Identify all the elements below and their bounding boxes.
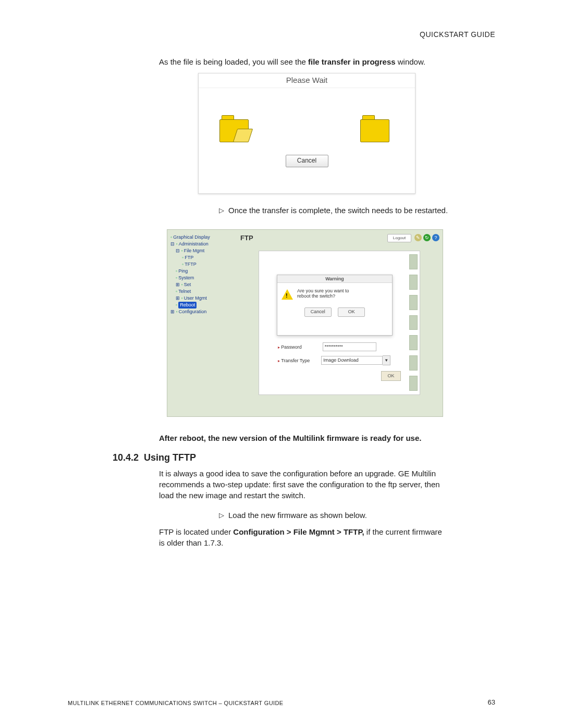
footer-title: MULTILINK ETHERNET COMMUNICATIONS SWITCH… xyxy=(68,700,284,706)
step-restart-text: Once the transfer is complete, the switc… xyxy=(228,206,448,215)
transfer-select[interactable]: Image Download xyxy=(321,356,383,365)
transfer-label: Transfer Type xyxy=(278,358,310,363)
refresh-icon[interactable]: ↻ xyxy=(423,234,431,241)
logout-button[interactable]: Logout xyxy=(387,234,411,242)
please-wait-title: Please Wait xyxy=(199,73,415,88)
page-header: QUICKSTART GUIDE xyxy=(420,30,495,39)
section-number: 10.4.2 xyxy=(113,452,139,463)
tree-tftp[interactable]: ◦TFTP xyxy=(170,261,233,268)
chevron-down-icon[interactable]: ▼ xyxy=(383,355,390,365)
password-input[interactable]: ********** xyxy=(323,342,376,351)
intro-post: window. xyxy=(396,57,426,66)
ftp-screenshot: ◦Graphical Display ⊟ ◦Administration ⊟ ◦… xyxy=(167,229,443,417)
folder-closed-icon xyxy=(360,119,388,141)
transfer-row: Transfer Type Image Download ▼ xyxy=(278,355,403,365)
ftp-form-panel: Warning Are you sure you want to reboot … xyxy=(259,251,420,395)
warning-icon xyxy=(282,289,293,300)
intro-line: As the file is being loaded, you will se… xyxy=(159,57,425,66)
warning-ok-button[interactable]: OK xyxy=(338,307,365,317)
tree-configuration[interactable]: ⊞ ◦Configuration xyxy=(170,309,233,315)
tree-graphical[interactable]: ◦Graphical Display xyxy=(170,234,233,241)
cancel-button[interactable]: Cancel xyxy=(286,155,328,167)
step-load-text: Load the new firmware as shown below. xyxy=(228,511,367,520)
paragraph-1: It is always a good idea to save the con… xyxy=(159,468,448,501)
tree-admin[interactable]: ⊟ ◦Administration xyxy=(170,241,233,248)
tree-set[interactable]: ⊞ ◦Set xyxy=(170,281,233,288)
password-label: Password xyxy=(278,344,302,350)
please-wait-dialog: Please Wait Cancel xyxy=(198,73,415,194)
tree-reboot[interactable]: ◦Reboot xyxy=(170,302,233,309)
step-restart: ▷Once the transfer is complete, the swit… xyxy=(219,206,448,215)
ok-button[interactable]: OK xyxy=(381,371,401,381)
stripe-decoration xyxy=(409,254,418,391)
triangle-icon: ▷ xyxy=(219,206,224,214)
tree-system[interactable]: ◦System xyxy=(170,275,233,281)
ftp-heading: FTP xyxy=(240,234,253,242)
tree-filemgmt[interactable]: ⊟ ◦File Mgmt xyxy=(170,248,233,254)
please-wait-body: Cancel xyxy=(199,88,415,177)
nav-tree: ◦Graphical Display ⊟ ◦Administration ⊟ ◦… xyxy=(170,234,233,315)
after-reboot-note: After reboot, the new version of the Mul… xyxy=(159,434,451,442)
tree-ftp[interactable]: ◦FTP xyxy=(170,254,233,261)
save-icon[interactable]: ✎ xyxy=(414,234,422,241)
warning-dialog: Warning Are you sure you want to reboot … xyxy=(277,275,393,336)
document-page: QUICKSTART GUIDE As the file is being lo… xyxy=(0,0,563,728)
triangle-icon: ▷ xyxy=(219,511,224,519)
para2-pre: FTP is located under xyxy=(159,527,233,536)
password-row: Password ********** xyxy=(278,342,403,351)
toolbar-icons: ✎ ↻ ? xyxy=(414,234,439,241)
paragraph-2: FTP is located under Configuration > Fil… xyxy=(159,526,448,548)
tree-usermgmt[interactable]: ⊞ ◦User Mgmt xyxy=(170,295,233,302)
intro-pre: As the file is being loaded, you will se… xyxy=(159,57,308,66)
warning-cancel-button[interactable]: Cancel xyxy=(304,307,332,317)
tree-telnet[interactable]: ◦Telnet xyxy=(170,288,233,295)
folder-open-icon xyxy=(219,119,248,141)
help-icon[interactable]: ? xyxy=(432,234,439,241)
intro-bold: file transfer in progress xyxy=(308,57,396,66)
page-number: 63 xyxy=(488,698,495,706)
para2-bold: Configuration > File Mgmnt > TFTP, xyxy=(233,527,364,536)
section-title: Using TFTP xyxy=(144,452,196,463)
tree-ping[interactable]: ◦Ping xyxy=(170,268,233,275)
step-load-firmware: ▷Load the new firmware as shown below. xyxy=(219,511,367,520)
warning-message: Are you sure you want to reboot the swit… xyxy=(297,288,349,299)
warning-title: Warning xyxy=(277,275,392,283)
section-heading: 10.4.2 Using TFTP xyxy=(113,452,196,463)
